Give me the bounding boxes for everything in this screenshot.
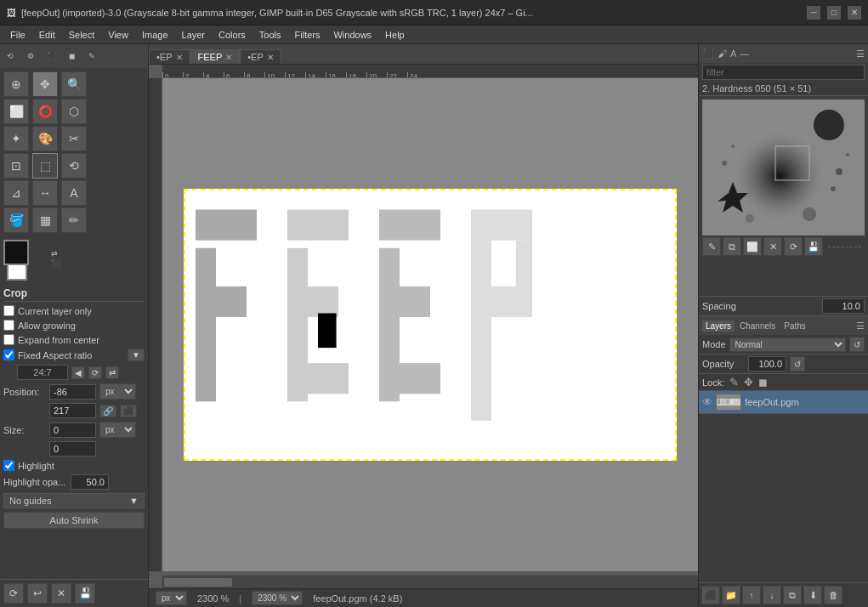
move-layer-up-btn[interactable]: ↑ [742,586,761,604]
position-x-input[interactable] [49,384,96,400]
reset-tool-btn[interactable]: ⟳ [3,583,24,604]
mode-select[interactable]: Normal [729,338,846,352]
layers-menu-btn[interactable]: ☰ [856,321,865,332]
menu-file[interactable]: File [3,28,32,42]
tab-channels[interactable]: Channels [736,321,779,332]
opacity-reset-btn[interactable]: ↺ [790,356,805,372]
guides-dropdown[interactable]: No guides ▼ [3,493,145,508]
tool-tab-5[interactable]: ✎ [83,48,100,65]
horizontal-scrollbar[interactable] [162,575,698,588]
tool-rect-select[interactable]: ⬜ [3,99,29,124]
menu-view[interactable]: View [101,28,135,42]
auto-shrink-button[interactable]: Auto Shrink [3,512,145,529]
menu-filters[interactable]: Filters [288,28,327,42]
aspect-ratio-dropdown[interactable]: ▼ [128,349,145,361]
tool-select-by-color[interactable]: 🎨 [32,126,58,151]
tool-free-select[interactable]: ⬡ [61,99,87,124]
image-tab-1[interactable]: FEEP ✕ [190,49,241,64]
crop-ratio-reverse-btn[interactable]: ◀ [71,366,85,379]
brush-create-btn[interactable]: ⬜ [743,237,762,256]
delete-layer-btn[interactable]: 🗑 [824,586,842,604]
brush-save-btn[interactable]: 💾 [804,237,823,256]
brush-text-btn[interactable]: A [730,48,736,60]
menu-help[interactable]: Help [378,28,411,42]
h-scroll-thumb[interactable] [164,578,232,587]
current-layer-only-checkbox[interactable] [3,305,14,316]
blend-mode-btn[interactable]: ↺ [849,337,865,352]
tab-paths[interactable]: Paths [780,321,809,332]
move-layer-down-btn[interactable]: ↓ [763,586,781,604]
image-tab-2[interactable]: •EP ✕ [240,49,281,64]
tool-pointer[interactable]: ⊕ [3,71,29,97]
highlight-checkbox[interactable] [3,460,14,471]
tool-tab-1[interactable]: ⟲ [2,48,19,65]
tool-tab-3[interactable]: ⬛ [43,48,60,65]
brush-filter-input[interactable] [702,65,865,80]
swap-colors-icon[interactable]: ⇄ [51,249,60,258]
lock-alpha-btn[interactable]: ◼ [758,376,768,389]
tool-bucket[interactable]: 🪣 [3,207,29,233]
chain-link-btn[interactable]: 🔗 [99,405,116,417]
position-y-input[interactable] [49,403,96,418]
highlight-opa-input[interactable] [71,474,109,490]
tool-perspective[interactable]: ⊿ [3,180,29,206]
spacing-input[interactable] [822,298,865,314]
expand-from-center-checkbox[interactable] [3,334,14,345]
new-layer-group-btn[interactable]: 📁 [722,586,740,604]
expand-btn[interactable]: ⬛ [120,405,137,417]
allow-growing-checkbox[interactable] [3,320,14,331]
menu-layer[interactable]: Layer [175,28,213,42]
tool-tab-2[interactable]: ⚙ [22,48,39,65]
canvas-scroll[interactable] [162,78,698,571]
reset-colors-icon[interactable]: ⬛ [51,259,60,268]
tool-text[interactable]: A [61,180,87,206]
close-button[interactable]: ✕ [848,6,861,20]
unit-select[interactable]: px [156,591,187,605]
size-x-input[interactable] [49,423,96,438]
position-unit-select[interactable]: px % mm [99,383,136,400]
brush-expand-btn[interactable]: ⬛ [702,48,714,60]
size-y-input[interactable] [49,441,96,457]
brush-edit-btn[interactable]: ✎ [702,237,721,256]
brush-brush-btn[interactable]: 🖌 [718,48,727,60]
tool-ellipse-select[interactable]: ⭕ [32,99,58,124]
menu-windows[interactable]: Windows [326,28,378,42]
menu-tools[interactable]: Tools [252,28,288,42]
tool-pencil[interactable]: ✏ [61,207,87,233]
zoom-select[interactable]: 2300 % [252,591,303,605]
minimize-button[interactable]: ─ [807,6,820,20]
opacity-input[interactable] [748,356,786,372]
tab-layers[interactable]: Layers [702,321,735,332]
new-layer-from-visible-btn[interactable]: ⬛ [701,586,720,604]
brush-delete-btn[interactable]: ✕ [763,237,782,256]
tool-transform[interactable]: ⟲ [61,153,87,179]
layer-eye-icon[interactable]: 👁 [702,396,712,408]
save-tool-btn[interactable]: 💾 [75,583,95,604]
merge-layers-btn[interactable]: ⬇ [803,586,822,604]
brush-duplicate-btn[interactable]: ⧉ [723,237,741,256]
tool-move[interactable]: ✥ [32,71,58,97]
tool-fuzzy-select[interactable]: ✦ [3,126,29,151]
delete-tool-btn[interactable]: ✕ [51,583,71,604]
tool-crop[interactable]: ⬚ [32,153,58,179]
brush-menu-btn[interactable]: ☰ [856,48,865,60]
lock-position-btn[interactable]: ✥ [744,376,753,389]
lock-pixels-btn[interactable]: ✎ [729,376,739,389]
menu-colors[interactable]: Colors [212,28,252,42]
menu-edit[interactable]: Edit [32,28,62,42]
restore-button[interactable]: □ [827,6,841,20]
brush-collapse-btn[interactable]: — [740,48,749,60]
crop-ratio-swap-btn[interactable]: ⇄ [105,366,119,379]
crop-ratio-reset-btn[interactable]: ⟳ [88,366,102,379]
tool-foreground-select[interactable]: ⊡ [3,153,29,179]
tool-gradient[interactable]: ▦ [32,207,58,233]
image-tab-0-close[interactable]: ✕ [176,53,183,62]
layer-item-0[interactable]: 👁 feepOut.pgm [699,391,868,414]
tool-zoom[interactable]: 🔍 [61,71,87,97]
undo-tool-btn[interactable]: ↩ [27,583,48,604]
tool-tab-4[interactable]: ◼ [63,48,80,65]
menu-select[interactable]: Select [62,28,102,42]
tool-scissors[interactable]: ✂ [61,126,87,151]
duplicate-layer-btn[interactable]: ⧉ [783,586,802,604]
fixed-aspect-ratio-checkbox[interactable] [3,349,14,360]
